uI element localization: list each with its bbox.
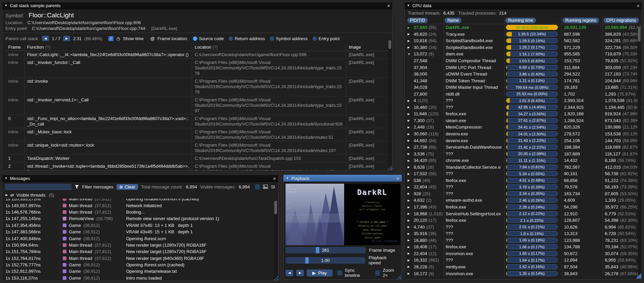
expand-icon[interactable]: ▶ [408,132,412,136]
expand-icon[interactable]: ▶ [408,232,412,235]
callstack-row[interactable]: inlinestd::unique_lock<std::mutex>::lock… [5,141,390,154]
expand-icon[interactable]: ▶ [408,39,412,43]
column-frame[interactable]: Frame [5,44,24,51]
cpu-row[interactable]: 38,000uDWM Event Thread3.86 s (0.40%)294… [407,71,641,78]
expand-icon[interactable]: ▶ [408,272,412,275]
message-row[interactable]: 1s 146,576,766nsMain thread(37,812)Booti… [2,209,278,215]
callstack-titlebar[interactable]: ▼ Call stack sample parents × [2,2,393,9]
callstack-row[interactable]: 2std::thread::_Invoke<std::tuple<<lambda… [5,162,390,171]
cpu-row[interactable]: ▶30,380(24)ScriptedSandbox64.exe1:28.2 (… [407,44,641,51]
cpu-row[interactable]: 37,904DWM LPC Port Thread6.69 s (0.70%)3… [407,64,641,71]
collapse-icon[interactable]: ▼ [286,177,289,180]
close-icon[interactable]: × [396,176,399,181]
cpu-row[interactable]: ▶30,060(116)devenv.exe24.01 s (2.50%)278… [407,131,641,137]
prev-frame-button[interactable]: ◀ [286,270,293,276]
message-row[interactable]: 1s 152,912,997nsGame(36,912)Opening /met… [2,268,278,274]
scrollbar[interactable] [388,39,392,167]
callstack-row[interactable]: inlinestd::_Invoker_functor::_CallC:\Pro… [5,59,390,77]
message-row[interactable]: 1s 150,994,64nsMain thread(37,812)New re… [2,242,278,248]
scrollbar-handle[interactable] [638,27,641,41]
cpu-row[interactable]: ▶16,880(46)???1.69 s (0.18%)123,98878,23… [407,237,641,244]
cpu-row[interactable]: ▶18,460(20)???42.85 s (4.45%)2,344,9151,… [407,104,641,111]
cpu-row[interactable]: ▶10,816(64)ScriptedSandbox64.exe1:28.5 (… [407,37,641,44]
cpu-row[interactable]: 27,548DWM Compositor Thread1:03.5 (6.60%… [407,57,641,64]
visible-threads-row[interactable]: ▶ ⇄ Visible threads: (5) [2,192,278,198]
next-stack-button[interactable]: ▶ [63,36,70,41]
column-running-regions[interactable]: Running regions [562,17,603,24]
message-row[interactable]: 1s 151,754,784nsMain thread(37,812)New r… [2,248,278,255]
scrollbar-handle[interactable] [274,201,277,214]
column-running-time[interactable]: Running time [505,17,562,24]
callstack-row[interactable]: inlinestd::_Invoker_ret<void,1>::_CallC:… [5,96,390,115]
show-images-checkbox[interactable] [255,184,260,189]
expand-icon[interactable]: ▶ [408,126,412,129]
cpu-row[interactable]: ▶7,300(37)steam.exe27.61 s (2.87%)1,286,… [407,117,641,124]
expand-icon[interactable]: ▶ [408,199,412,202]
prev-stack-button[interactable]: ◀ [42,36,49,41]
callstack-row[interactable]: 0std::_Func_impl_no_alloc<<lambda_5bc224… [5,115,390,128]
callstack-row[interactable]: inlinestd::invokeC:\Program Files (x86)\… [5,77,390,96]
cpu-row[interactable]: ▶22,804(45)???3.78 s (0.39%)79,57858,163… [407,184,641,190]
expand-icon[interactable]: ▶ [408,146,412,149]
cpu-row[interactable]: ▶928(25)???3.34 s (0.35%)163,73487,605(5… [407,190,641,197]
message-row[interactable]: 1s 145,557,997nsMain thread(37,812)Netwo… [2,202,278,209]
cpu-row[interactable]: ▶34,420(65)chrome.exe11.11 s (1.15%)14,4… [407,157,641,164]
radio-symbol-address[interactable]: Symbol address [270,36,308,41]
close-icon[interactable]: × [273,176,276,181]
expand-icon[interactable]: ▶ [408,259,412,262]
expand-icon[interactable]: ▶ [408,159,412,162]
cpu-row[interactable]: ▶4,632(2)vmware-authd.exe2.46 s (0.26%)4… [407,197,641,204]
column-function[interactable]: Function (?) [24,44,192,51]
message-row[interactable]: 1s 147,383,566nsGame(36,912)VRAM 43x45: … [2,229,278,235]
cpu-row[interactable]: ▶45,620(24)Tracy.exe1:39.5 (10.34%)887,5… [407,31,641,38]
zoom-checkbox[interactable] [375,270,380,276]
radio-return-address[interactable]: Return address [229,36,265,41]
cpu-titlebar[interactable]: ▼ CPU data × [404,2,642,9]
close-icon[interactable]: × [387,3,390,8]
expand-icon[interactable]: ▶ [408,32,412,36]
cpu-row[interactable]: ▶28,228(5)mintty.exe1.52 s (0.16%)87,504… [407,264,641,270]
expand-icon[interactable]: ▶ [408,26,412,29]
expand-icon[interactable]: ▶ [408,99,412,102]
cpu-row[interactable]: 34,028DWM Master Input Thread799.64 ms (… [407,84,641,91]
cpu-row[interactable]: ▶3,536(75)???20.05 s (2.08%)187,689116,1… [407,150,641,157]
column-cpu-migrations[interactable]: CPU migrations [603,17,641,24]
next-frame-button[interactable]: ▶ [296,270,304,276]
expand-icon[interactable]: ▶ [408,185,412,189]
expand-icon[interactable]: ▶ [408,139,412,142]
radio-entry-point[interactable]: Entry point [312,36,340,41]
playback-titlebar[interactable]: ▼ Playback × [283,175,402,182]
cpu-row[interactable]: ▶35,916(36)???1.8 s (0.19%)13,3136,728(5… [407,230,641,237]
cpu-row[interactable]: ▶17,396(43)firefox.exe2.28 s (0.24%)54,2… [407,204,641,211]
filter-input[interactable] [5,184,72,190]
message-row[interactable]: 1s 152,776,777nsGame(36,912)Opening /for… [2,262,278,268]
cpu-row[interactable]: ▶18,172(8)msvsmon.exe1.35 s (0.14%)38,84… [407,270,641,277]
play-button[interactable]: ▶Play [307,269,332,277]
scrollbar[interactable] [638,26,641,274]
expand-icon[interactable]: ▶ [408,119,412,122]
message-row[interactable]: 1s 153,116,37nsGame(36,912)Intro menu lo… [2,275,278,281]
cpu-row[interactable]: ▶2,448(18)MemCompression24.41 s (2.54%)6… [407,124,641,131]
scrollbar-handle[interactable] [388,40,391,49]
expand-icon[interactable]: ▶ [408,179,412,182]
expand-icon[interactable]: ▶ [408,219,412,222]
expand-icon[interactable]: ▶ [408,225,412,229]
expand-icon[interactable]: ▶ [408,212,412,215]
callstack-row[interactable]: inlinestd::_Mutex_base::lockC:\Program F… [5,128,390,141]
cpu-row[interactable]: ▶44,692(84)devenv.exe21.43 s (2.23%)254,… [407,137,641,144]
radio-source-code[interactable]: Source code [193,36,224,41]
cpu-row[interactable]: ▶18,408(17)firefox.exe1.66 s (0.17%)134,… [407,244,641,250]
collapse-icon[interactable]: ▼ [4,177,7,180]
message-row[interactable]: 1s 152,764,817nsMain thread(37,812)New r… [2,255,278,262]
column-image[interactable]: Image [346,44,390,51]
show-time-checkbox[interactable]: ✓ [108,36,113,41]
cpu-row[interactable]: ▶18,968(1,018)ServiceHub.SettingsHost.ex… [407,210,641,217]
expand-icon[interactable]: ▶ [408,245,412,249]
expand-icon[interactable]: ▶ [408,46,412,49]
expand-icon[interactable]: ▶ [408,152,412,155]
cpu-row[interactable]: ▶20,120(17)firefox.exe2.1 s (0.22%)128,6… [407,217,641,224]
expand-icon[interactable]: ▼ [408,52,412,56]
callstack-row[interactable]: inlineFloor::CalcLight::__l4::<lambda_5b… [5,51,390,59]
cpu-row[interactable]: 27,800ntdll.dll25.93 ms (0.00%)1,7021,29… [407,90,641,97]
playback-speed-slider[interactable]: 1.00 [286,257,365,264]
